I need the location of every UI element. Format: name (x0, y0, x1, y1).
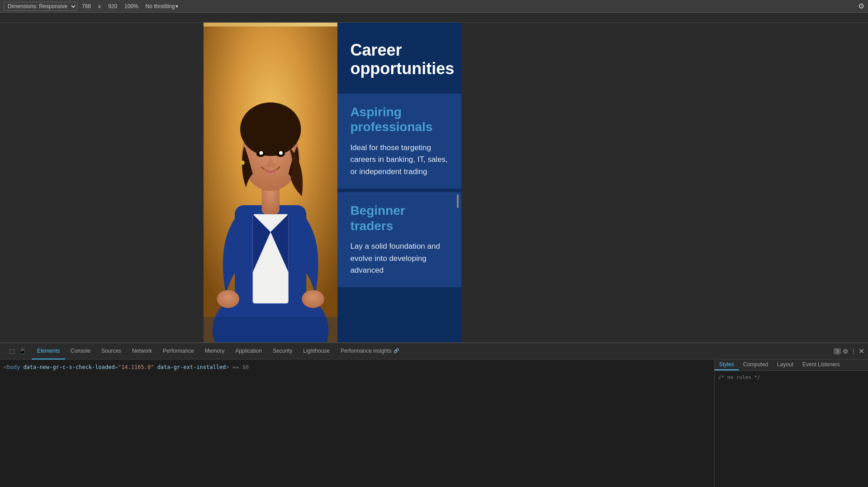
devtools-panel-controls: 3 ⚙ ⋮ ✕ (834, 347, 864, 355)
styles-panel: Styles Computed Layout Event Listeners /… (714, 359, 868, 487)
tab-lighthouse[interactable]: Lighthouse (298, 343, 335, 359)
svg-point-14 (302, 290, 324, 308)
settings-icon[interactable]: ⚙ (858, 2, 864, 10)
tab-layout[interactable]: Layout (773, 359, 798, 370)
browser-viewport: Career opportunities Aspiring profession… (204, 23, 461, 344)
styles-tabs: Styles Computed Layout Event Listeners (715, 359, 868, 371)
performance-insights-icon: 🔗 (394, 348, 399, 353)
tab-sources[interactable]: Sources (96, 343, 127, 359)
tab-performance-insights[interactable]: Performance insights 🔗 (335, 343, 404, 359)
device-icon[interactable]: 📱 (19, 347, 26, 355)
svg-point-8 (240, 102, 301, 156)
styles-content: /* no rules */ (715, 371, 868, 487)
page-content: Career opportunities Aspiring profession… (204, 23, 461, 344)
card-1-title: Aspiring professionals (350, 104, 449, 135)
html-tree: <body data-new-gr-c-s-check-loaded="14.1… (4, 363, 711, 372)
viewport-height: 920 (108, 3, 117, 9)
settings-gear-icon[interactable]: ⚙ (843, 348, 849, 355)
svg-point-13 (217, 290, 239, 308)
svg-rect-16 (204, 317, 337, 344)
career-header-section: Career opportunities (337, 23, 461, 92)
tab-console[interactable]: Console (65, 343, 96, 359)
tab-security[interactable]: Security (267, 343, 298, 359)
tab-computed[interactable]: Computed (739, 359, 773, 370)
hero-image-panel (204, 23, 337, 344)
right-info-panel: Career opportunities Aspiring profession… (337, 23, 461, 344)
tab-performance[interactable]: Performance (157, 343, 199, 359)
card-2-body: Lay a solid foundation and evolve into d… (350, 241, 449, 276)
more-options-icon[interactable]: ⋮ (850, 348, 857, 355)
devtools-top-bar: Dimensions: Responsive 768 x 920 100% No… (0, 0, 868, 13)
zoom-level: 100% (124, 3, 138, 9)
scrollbar-handle[interactable] (457, 194, 459, 208)
devtools-icon-bar: ⬚ 📱 (4, 343, 32, 359)
devtools-tabs-bar: ⬚ 📱 Elements Console Sources Network Per… (0, 343, 868, 359)
card-1-body: Ideal for those targeting careers in ban… (350, 142, 449, 178)
elements-panel[interactable]: <body data-new-gr-c-s-check-loaded="14.1… (0, 359, 714, 487)
aspiring-professionals-card: Aspiring professionals Ideal for those t… (337, 94, 461, 189)
tab-elements[interactable]: Elements (32, 343, 65, 359)
tab-styles[interactable]: Styles (715, 359, 739, 370)
badge-count: 3 (834, 348, 841, 355)
throttle-select[interactable]: No throttling ▾ (146, 3, 179, 9)
tab-network[interactable]: Network (127, 343, 157, 359)
career-title: Career opportunities (350, 41, 449, 78)
svg-point-15 (240, 161, 245, 165)
inspect-icon[interactable]: ⬚ (9, 347, 15, 355)
tab-memory[interactable]: Memory (199, 343, 230, 359)
beginner-traders-card: Beginner traders Lay a solid foundation … (337, 192, 461, 287)
devtools-panel: ⬚ 📱 Elements Console Sources Network Per… (0, 342, 868, 487)
close-devtools-icon[interactable]: ✕ (859, 347, 864, 355)
svg-point-12 (279, 151, 283, 155)
tab-application[interactable]: Application (230, 343, 267, 359)
viewport-width: 768 (82, 3, 91, 9)
ruler-area (0, 13, 868, 23)
tab-event-listeners[interactable]: Event Listeners (798, 359, 844, 370)
responsive-select[interactable]: Dimensions: Responsive (4, 2, 77, 11)
svg-point-11 (259, 151, 263, 155)
devtools-panels-container: <body data-new-gr-c-s-check-loaded="14.1… (0, 359, 868, 487)
card-2-title: Beginner traders (350, 203, 449, 233)
dimension-x: x (98, 3, 101, 9)
chevron-down-icon: ▾ (175, 3, 178, 9)
person-illustration (204, 23, 337, 344)
